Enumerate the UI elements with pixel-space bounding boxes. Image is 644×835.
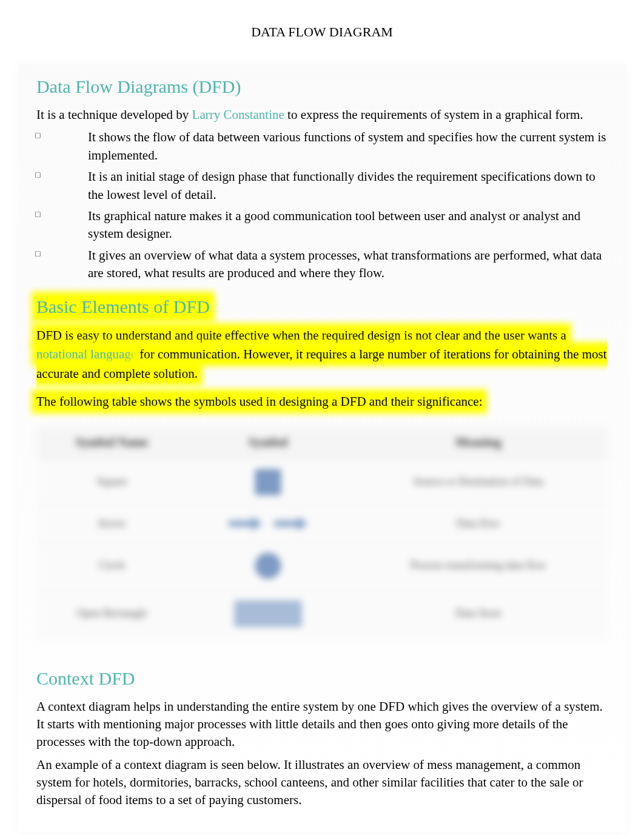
table-row: Open Rectangle Data Store [36, 590, 608, 638]
arrow-icon [196, 517, 341, 531]
open-rectangle-icon [235, 601, 301, 626]
symbol-cell [187, 542, 349, 590]
context-para2: An example of a context diagram is seen … [36, 756, 608, 810]
table-row: Circle Process transforming data flow [36, 542, 608, 590]
table-header: Symbol [187, 427, 349, 458]
symbol-cell [187, 458, 349, 506]
link-larry-constantine[interactable]: Larry Constantine [192, 107, 284, 122]
link-notational-language[interactable]: notational language [36, 347, 136, 361]
intro-text-after: to express the requirements of system in… [284, 107, 583, 122]
symbol-name-cell: Open Rectangle [36, 590, 187, 638]
context-para1: A context diagram helps in understanding… [36, 698, 608, 751]
section-heading-basic-elements: Basic Elements of DFD [36, 297, 210, 317]
page-title: DATA FLOW DIAGRAM [18, 24, 626, 40]
symbol-cell [187, 590, 349, 638]
basic-elements-para2: The following table shows the symbols us… [36, 394, 482, 409]
section-heading-dfd: Data Flow Diagrams (DFD) [36, 64, 608, 97]
intro-text-before: It is a technique developed by [36, 107, 192, 122]
table-row: Square Source or Destination of Data [36, 458, 608, 506]
symbols-table: Symbol Name Symbol Meaning Square Source… [36, 427, 608, 638]
symbol-name-cell: Arrow [36, 506, 187, 542]
circle-icon [255, 553, 281, 578]
content-container: Data Flow Diagrams (DFD) It is a techniq… [18, 64, 626, 833]
bullet-item: It is an initial stage of design phase t… [36, 168, 608, 204]
basic-elements-para1-before: DFD is easy to understand and quite effe… [36, 328, 566, 343]
meaning-cell: Source or Destination of Data [349, 458, 608, 506]
table-row: Arrow Data flow [36, 506, 608, 542]
square-icon [255, 469, 281, 495]
table-header-row: Symbol Name Symbol Meaning [36, 427, 608, 458]
table-header: Symbol Name [36, 427, 187, 458]
symbol-name-cell: Square [36, 458, 187, 506]
bullet-item: Its graphical nature makes it a good com… [36, 207, 608, 243]
bullet-list: It shows the flow of data between variou… [36, 129, 608, 282]
meaning-cell: Data Store [349, 590, 608, 638]
meaning-cell: Data flow [349, 506, 608, 542]
symbol-cell [187, 506, 349, 542]
symbol-name-cell: Circle [36, 542, 187, 590]
section-heading-context-dfd: Context DFD [36, 656, 608, 689]
intro-paragraph: It is a technique developed by Larry Con… [36, 106, 608, 124]
table-header: Meaning [349, 427, 608, 458]
bullet-item: It gives an overview of what data a syst… [36, 247, 608, 283]
bullet-item: It shows the flow of data between variou… [36, 129, 608, 164]
meaning-cell: Process transforming data flow [349, 542, 608, 590]
